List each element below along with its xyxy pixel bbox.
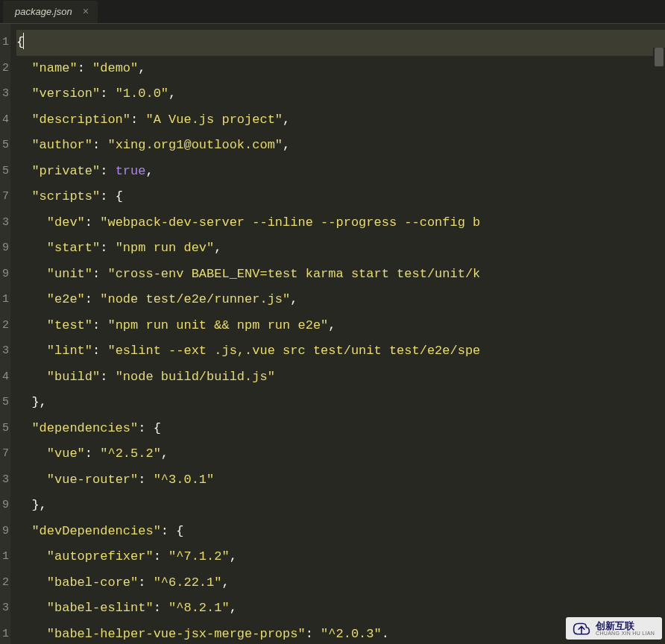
token-punc: . bbox=[382, 627, 389, 641]
token-key: "unit" bbox=[47, 267, 92, 281]
token-punc: : bbox=[85, 292, 100, 306]
token-key: "e2e" bbox=[47, 292, 85, 306]
line-number: 3 bbox=[0, 210, 10, 236]
token-key: "lint" bbox=[47, 344, 92, 358]
line-number: 2 bbox=[0, 570, 10, 596]
watermark-logo: 创新互联 CHUANG XIN HU LIAN bbox=[566, 617, 662, 640]
line-number: 2 bbox=[0, 56, 10, 82]
tab-title: package.json bbox=[15, 6, 72, 17]
token-punc bbox=[16, 292, 47, 306]
token-punc bbox=[16, 421, 31, 435]
scrollbar-thumb[interactable] bbox=[655, 48, 664, 66]
token-punc bbox=[16, 601, 47, 615]
code-line[interactable]: "name": "demo", bbox=[16, 56, 665, 82]
token-str: "A Vue.js project" bbox=[145, 113, 283, 127]
token-punc: , bbox=[221, 575, 229, 590]
line-number: 4 bbox=[0, 364, 10, 391]
token-punc: : bbox=[306, 627, 321, 641]
code-content[interactable]: { "name": "demo", "version": "1.0.0", "d… bbox=[10, 24, 665, 644]
code-line[interactable]: "description": "A Vue.js project", bbox=[16, 107, 665, 133]
logo-icon bbox=[572, 620, 591, 637]
watermark-cn: 创新互联 bbox=[596, 621, 655, 631]
code-line[interactable]: "author": "xing.org1@outlook.com", bbox=[16, 133, 665, 159]
line-number: 5 bbox=[0, 133, 10, 159]
token-punc bbox=[16, 267, 47, 281]
token-punc: : bbox=[92, 267, 107, 281]
code-line[interactable]: "vue-router": "^3.0.1" bbox=[16, 467, 665, 493]
code-line[interactable]: "vue": "^2.5.2", bbox=[16, 441, 665, 467]
code-line[interactable]: "autoprefixer": "^7.1.2", bbox=[16, 544, 665, 570]
token-punc: : bbox=[154, 549, 168, 564]
tab-bar: package.json × bbox=[0, 0, 665, 24]
token-str: "^6.22.1" bbox=[154, 575, 222, 590]
code-line[interactable]: "build": "node build/build.js" bbox=[16, 364, 665, 391]
token-str: "webpack-dev-server --inline --progress … bbox=[100, 215, 480, 230]
token-key: "version" bbox=[31, 86, 100, 101]
line-number: 5 bbox=[0, 159, 10, 185]
token-str: "^3.0.1" bbox=[154, 473, 215, 487]
token-key: "test" bbox=[47, 318, 92, 332]
token-punc: , bbox=[145, 164, 153, 178]
token-str: "npm run unit && npm run e2e" bbox=[107, 318, 328, 332]
token-punc: }, bbox=[16, 498, 47, 512]
token-punc bbox=[16, 241, 47, 255]
code-line[interactable]: "devDependencies": { bbox=[16, 519, 665, 545]
line-number: 3 bbox=[0, 81, 10, 107]
line-number: 9 bbox=[0, 493, 10, 519]
code-line[interactable]: "dev": "webpack-dev-server --inline --pr… bbox=[16, 210, 665, 236]
close-icon[interactable]: × bbox=[83, 7, 89, 17]
code-line[interactable]: "unit": "cross-env BABEL_ENV=test karma … bbox=[16, 262, 665, 288]
token-key: "description" bbox=[31, 113, 130, 127]
token-punc: : bbox=[100, 164, 115, 178]
code-line[interactable]: }, bbox=[16, 493, 665, 519]
token-punc: : bbox=[85, 215, 100, 230]
token-punc: , bbox=[161, 446, 168, 461]
token-str: "eslint --ext .js,.vue src test/unit tes… bbox=[107, 344, 480, 358]
token-punc bbox=[16, 344, 47, 358]
token-str: "node test/e2e/runner.js" bbox=[100, 292, 290, 306]
token-punc: , bbox=[214, 241, 221, 255]
token-str: "node build/build.js" bbox=[116, 370, 275, 384]
token-punc: , bbox=[168, 86, 176, 101]
token-punc: : bbox=[78, 61, 92, 75]
token-key: "dev" bbox=[47, 215, 85, 230]
code-line[interactable]: { bbox=[16, 30, 665, 56]
line-number: 1 bbox=[0, 544, 10, 570]
watermark-en: CHUANG XIN HU LIAN bbox=[596, 631, 655, 636]
line-number: 1 bbox=[0, 622, 10, 645]
token-str: "xing.org1@outlook.com" bbox=[107, 138, 283, 152]
code-line[interactable]: "start": "npm run dev", bbox=[16, 236, 665, 262]
token-punc: : bbox=[92, 138, 107, 152]
code-line[interactable]: "scripts": { bbox=[16, 184, 665, 210]
token-punc: , bbox=[283, 138, 290, 152]
token-key: "scripts" bbox=[31, 189, 100, 203]
code-line[interactable]: "test": "npm run unit && npm run e2e", bbox=[16, 313, 665, 339]
code-line[interactable]: "dependencies": { bbox=[16, 416, 665, 442]
line-number: 2 bbox=[0, 313, 10, 339]
code-line[interactable]: "lint": "eslint --ext .js,.vue src test/… bbox=[16, 338, 665, 364]
scrollbar[interactable] bbox=[653, 48, 665, 644]
line-number: 7 bbox=[0, 184, 10, 210]
code-line[interactable]: "babel-core": "^6.22.1", bbox=[16, 570, 665, 596]
code-line[interactable]: }, bbox=[16, 390, 665, 416]
code-line[interactable]: "e2e": "node test/e2e/runner.js", bbox=[16, 287, 665, 313]
token-key: "vue" bbox=[47, 446, 85, 461]
line-number: 4 bbox=[0, 107, 10, 133]
token-str: "1.0.0" bbox=[116, 86, 168, 101]
token-key: "autoprefixer" bbox=[47, 549, 154, 564]
token-punc: , bbox=[230, 549, 237, 564]
token-str: "npm run dev" bbox=[116, 241, 215, 255]
token-punc: : { bbox=[161, 524, 184, 538]
token-key: "build" bbox=[47, 370, 100, 384]
code-line[interactable]: "private": true, bbox=[16, 159, 665, 185]
token-punc bbox=[16, 370, 47, 384]
token-key: "start" bbox=[47, 241, 100, 255]
editor[interactable]: 123455739912345573991231 { "name": "demo… bbox=[0, 24, 665, 644]
code-line[interactable]: "version": "1.0.0", bbox=[16, 81, 665, 107]
token-key: "author" bbox=[31, 138, 92, 152]
token-punc: , bbox=[230, 601, 237, 615]
token-punc bbox=[16, 446, 47, 461]
tab-package-json[interactable]: package.json × bbox=[3, 1, 98, 23]
token-punc bbox=[16, 473, 47, 487]
token-key: "vue-router" bbox=[47, 473, 138, 487]
